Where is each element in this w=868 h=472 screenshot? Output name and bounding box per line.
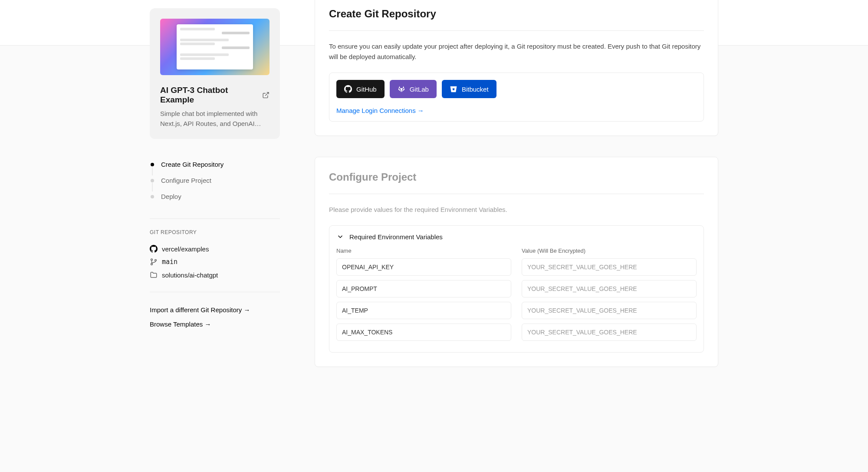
provider-box: GitHub GitLab Bitbucket [329,73,704,122]
bitbucket-icon [450,85,457,93]
svg-point-3 [155,259,157,261]
panel-title: Create Git Repository [329,8,704,20]
env-name-input[interactable] [336,323,511,341]
browse-templates-link[interactable]: Browse Templates → [150,317,280,331]
project-title: AI GPT-3 Chatbot Example [160,86,259,105]
step-configure[interactable]: Configure Project [150,172,280,188]
col-name-label: Name [336,248,511,254]
env-name-input[interactable] [336,302,511,319]
env-row [336,280,697,297]
step-label: Create Git Repository [161,161,224,168]
button-label: Bitbucket [462,86,489,93]
svg-point-1 [151,259,153,261]
env-value-input[interactable] [522,302,697,319]
svg-point-2 [151,263,153,265]
step-create-repo[interactable]: Create Git Repository [150,156,280,172]
steps-list: Create Git Repository Configure Project … [150,156,280,205]
env-header-label: Required Environment Variables [349,233,443,241]
configure-project-panel: Configure Project Please provide values … [315,157,718,367]
env-row [336,302,697,319]
env-value-input[interactable] [522,280,697,297]
env-name-input[interactable] [336,258,511,276]
panel-title: Configure Project [329,171,704,183]
project-thumbnail [160,19,270,75]
manage-connections-link[interactable]: Manage Login Connections → [336,107,424,114]
panel-description: To ensure you can easily update your pro… [329,41,704,62]
repo-branch-row: main [150,255,280,268]
button-label: GitLab [410,86,429,93]
env-rows [336,258,697,341]
github-icon [344,85,352,93]
env-name-input[interactable] [336,280,511,297]
col-value-label: Value (Will Be Encrypted) [522,248,697,254]
env-vars-box: Required Environment Variables Name Valu… [329,225,704,353]
repo-path-row: solutions/ai-chatgpt [150,268,280,281]
env-vars-toggle[interactable]: Required Environment Variables [329,226,704,248]
env-row [336,323,697,341]
main-content: Create Git Repository To ensure you can … [315,0,718,388]
env-value-input[interactable] [522,258,697,276]
external-link-icon[interactable] [262,91,270,99]
chevron-down-icon [336,233,344,241]
sidebar: AI GPT-3 Chatbot Example Simple chat bot… [150,8,280,388]
env-value-input[interactable] [522,323,697,341]
github-button[interactable]: GitHub [336,80,385,98]
step-label: Configure Project [161,177,211,184]
create-repo-panel: Create Git Repository To ensure you can … [315,0,718,136]
repo-branch: main [162,258,178,266]
repo-org: vercel/examples [162,245,209,253]
repo-section-label: GIT REPOSITORY [150,229,280,235]
repo-path: solutions/ai-chatgpt [162,271,218,279]
gitlab-button[interactable]: GitLab [390,80,437,98]
github-icon [150,245,158,253]
project-description: Simple chat bot implemented with Next.js… [160,109,270,129]
import-different-link[interactable]: Import a different Git Repository → [150,303,280,317]
panel-description: Please provide values for the required E… [329,205,704,215]
button-label: GitHub [356,86,377,93]
branch-icon [150,258,158,266]
step-label: Deploy [161,193,181,200]
step-deploy[interactable]: Deploy [150,188,280,205]
folder-icon [150,271,158,279]
repo-org-row: vercel/examples [150,242,280,255]
svg-line-0 [265,92,269,96]
bitbucket-button[interactable]: Bitbucket [442,80,496,98]
env-row [336,258,697,276]
gitlab-icon [398,85,405,93]
project-card: AI GPT-3 Chatbot Example Simple chat bot… [150,8,280,139]
